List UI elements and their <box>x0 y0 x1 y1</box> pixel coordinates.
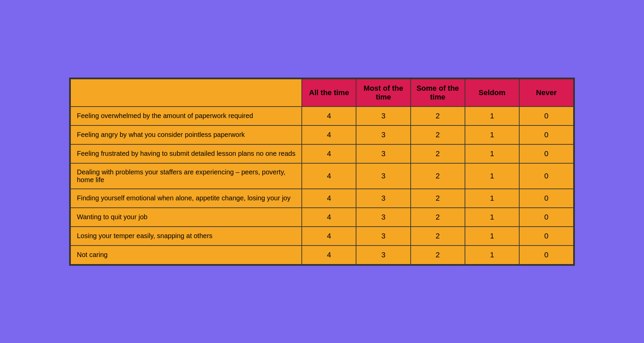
row-7-col-1[interactable]: 4 <box>302 246 356 264</box>
row-6-col-4[interactable]: 1 <box>465 227 519 246</box>
row-label: Feeling frustrated by having to submit d… <box>70 144 302 163</box>
row-2-col-2[interactable]: 3 <box>356 144 410 163</box>
row-4-col-5[interactable]: 0 <box>519 189 574 208</box>
row-4-col-3[interactable]: 2 <box>411 189 465 208</box>
row-label: Feeling overwhelmed by the amount of pap… <box>70 107 302 125</box>
row-1-col-3[interactable]: 2 <box>411 125 465 144</box>
row-3-col-3[interactable]: 2 <box>411 163 465 189</box>
row-2-col-4[interactable]: 1 <box>465 144 519 163</box>
row-5-col-3[interactable]: 2 <box>411 208 465 227</box>
header-col5: Never <box>519 79 574 107</box>
row-0-col-4[interactable]: 1 <box>465 107 519 125</box>
row-2-col-3[interactable]: 2 <box>411 144 465 163</box>
header-col4: Seldom <box>465 79 519 107</box>
row-1-col-1[interactable]: 4 <box>302 125 356 144</box>
row-6-col-2[interactable]: 3 <box>356 227 410 246</box>
row-5-col-1[interactable]: 4 <box>302 208 356 227</box>
header-col1: All the time <box>302 79 356 107</box>
row-5-col-4[interactable]: 1 <box>465 208 519 227</box>
row-7-col-3[interactable]: 2 <box>411 246 465 264</box>
row-5-col-5[interactable]: 0 <box>519 208 574 227</box>
row-label: Finding yourself emotional when alone, a… <box>70 189 302 208</box>
header-col2: Most of the time <box>356 79 410 107</box>
table-row: Wanting to quit your job43210 <box>70 208 574 227</box>
table-row: Not caring43210 <box>70 246 574 264</box>
row-6-col-3[interactable]: 2 <box>411 227 465 246</box>
row-0-col-1[interactable]: 4 <box>302 107 356 125</box>
table-row: Feeling frustrated by having to submit d… <box>70 144 574 163</box>
row-label: Feeling angry by what you consider point… <box>70 125 302 144</box>
row-4-col-2[interactable]: 3 <box>356 189 410 208</box>
row-5-col-2[interactable]: 3 <box>356 208 410 227</box>
row-3-col-2[interactable]: 3 <box>356 163 410 189</box>
table-body: Feeling overwhelmed by the amount of pap… <box>70 107 574 264</box>
table-row: Dealing with problems your staffers are … <box>70 163 574 189</box>
row-4-col-1[interactable]: 4 <box>302 189 356 208</box>
row-6-col-1[interactable]: 4 <box>302 227 356 246</box>
row-7-col-4[interactable]: 1 <box>465 246 519 264</box>
row-0-col-5[interactable]: 0 <box>519 107 574 125</box>
row-label: Not caring <box>70 246 302 264</box>
row-2-col-5[interactable]: 0 <box>519 144 574 163</box>
row-1-col-5[interactable]: 0 <box>519 125 574 144</box>
table-row: Feeling angry by what you consider point… <box>70 125 574 144</box>
row-3-col-5[interactable]: 0 <box>519 163 574 189</box>
row-6-col-5[interactable]: 0 <box>519 227 574 246</box>
main-table-wrapper: All the time Most of the time Some of th… <box>69 78 575 266</box>
row-label: Wanting to quit your job <box>70 208 302 227</box>
row-0-col-2[interactable]: 3 <box>356 107 410 125</box>
survey-table: All the time Most of the time Some of th… <box>70 79 574 265</box>
row-2-col-1[interactable]: 4 <box>302 144 356 163</box>
header-col3: Some of the time <box>411 79 465 107</box>
row-0-col-3[interactable]: 2 <box>411 107 465 125</box>
row-1-col-4[interactable]: 1 <box>465 125 519 144</box>
header-row: All the time Most of the time Some of th… <box>70 79 574 107</box>
header-label-col <box>70 79 302 107</box>
row-4-col-4[interactable]: 1 <box>465 189 519 208</box>
table-row: Finding yourself emotional when alone, a… <box>70 189 574 208</box>
row-label: Losing your temper easily, snapping at o… <box>70 227 302 246</box>
table-row: Feeling overwhelmed by the amount of pap… <box>70 107 574 125</box>
row-3-col-4[interactable]: 1 <box>465 163 519 189</box>
row-3-col-1[interactable]: 4 <box>302 163 356 189</box>
row-label: Dealing with problems your staffers are … <box>70 163 302 189</box>
table-row: Losing your temper easily, snapping at o… <box>70 227 574 246</box>
row-1-col-2[interactable]: 3 <box>356 125 410 144</box>
row-7-col-2[interactable]: 3 <box>356 246 410 264</box>
row-7-col-5[interactable]: 0 <box>519 246 574 264</box>
